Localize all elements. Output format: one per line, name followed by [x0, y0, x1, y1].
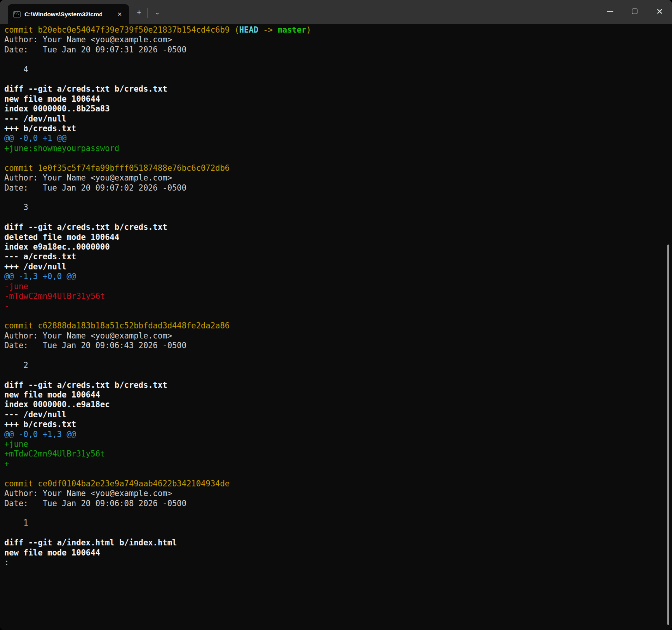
terminal-line: Author: Your Name <you@example.com> — [4, 331, 672, 341]
terminal-text-segment: -> — [258, 25, 277, 35]
terminal-line: 2 — [4, 361, 672, 370]
terminal-line: Date: Tue Jan 20 09:06:43 2026 -0500 — [4, 341, 672, 351]
new-tab-button[interactable]: + — [133, 7, 145, 18]
terminal-line — [4, 370, 672, 380]
terminal-text-segment: index e9a18ec..0000000 — [4, 242, 110, 252]
close-icon: ✕ — [656, 7, 663, 16]
terminal-text-segment: 4 — [4, 65, 28, 74]
terminal-text-segment: new file mode 100644 — [4, 390, 100, 399]
terminal-output[interactable]: commit b20ebc0e54047f39e739f50e21837b154… — [0, 24, 672, 630]
terminal-text-segment: Author: Your Name <you@example.com> — [4, 173, 172, 182]
terminal-text-segment: ) — [306, 25, 311, 35]
terminal-text-segment: @@ -0,0 +1 @@ — [4, 134, 66, 143]
tab-dropdown-button[interactable]: ⌄ — [151, 7, 163, 18]
terminal-line: new file mode 100644 — [4, 94, 672, 104]
terminal-line: commit 1e0f35c5f74fa99bfff05187488e76bc6… — [4, 163, 672, 173]
terminal-line: diff --git a/creds.txt b/creds.txt — [4, 84, 672, 94]
terminal-line — [4, 75, 672, 84]
terminal-text-segment: +++ /dev/null — [4, 262, 66, 271]
terminal-line: Author: Your Name <you@example.com> — [4, 173, 672, 183]
terminal-line — [4, 193, 672, 203]
terminal-line: : — [4, 558, 672, 568]
terminal-line: --- /dev/null — [4, 114, 672, 124]
terminal-text-segment: deleted file mode 100644 — [4, 233, 119, 242]
terminal-text-segment: Date: Tue Jan 20 09:06:43 2026 -0500 — [4, 341, 186, 350]
terminal-text-segment: Date: Tue Jan 20 09:07:31 2026 -0500 — [4, 45, 186, 54]
terminal-line: 4 — [4, 65, 672, 75]
terminal-line: deleted file mode 100644 — [4, 233, 672, 242]
terminal-line: commit b20ebc0e54047f39e739f50e21837b154… — [4, 25, 672, 35]
terminal-line — [4, 153, 672, 163]
terminal-line: diff --git a/creds.txt b/creds.txt — [4, 380, 672, 390]
terminal-line: --- a/creds.txt — [4, 252, 672, 262]
terminal-line: +june — [4, 439, 672, 449]
terminal-text-segment: +++ b/creds.txt — [4, 124, 76, 133]
terminal-text-segment: @@ -0,0 +1,3 @@ — [4, 430, 76, 439]
terminal-line — [4, 311, 672, 321]
terminal-text-segment: +++ b/creds.txt — [4, 420, 76, 429]
terminal-text-segment: diff --git a/index.html b/index.html — [4, 538, 177, 547]
terminal-line: commit ce0df0104ba2e23e9a749aab4622b3421… — [4, 479, 672, 489]
terminal-text-segment: commit c62888da183b18a51c52bbfdad3d448fe… — [4, 321, 230, 330]
terminal-window: C:\_ C:\Windows\System32\cmd.ex ✕ + ⌄ ✕ … — [0, 0, 672, 630]
terminal-text-segment: Author: Your Name <you@example.com> — [4, 35, 172, 44]
titlebar: C:\_ C:\Windows\System32\cmd.ex ✕ + ⌄ ✕ — [0, 0, 672, 24]
tabbar-divider — [147, 8, 148, 18]
terminal-line: --- /dev/null — [4, 410, 672, 420]
terminal-text-segment: - — [4, 301, 9, 311]
terminal-line: + — [4, 459, 672, 469]
terminal-line: Date: Tue Jan 20 09:07:31 2026 -0500 — [4, 45, 672, 55]
terminal-line: diff --git a/creds.txt b/creds.txt — [4, 222, 672, 232]
maximize-button[interactable] — [622, 0, 647, 23]
terminal-text-segment: 3 — [4, 203, 28, 212]
terminal-line: index e9a18ec..0000000 — [4, 242, 672, 252]
terminal-line — [4, 509, 672, 518]
terminal-text-segment: commit ce0df0104ba2e23e9a749aab4622b3421… — [4, 479, 230, 488]
terminal-text-segment: +june — [4, 439, 28, 449]
terminal-line: -mTdwC2mn94UlBr31y56t — [4, 292, 672, 301]
tab-close-icon[interactable]: ✕ — [114, 9, 125, 20]
cmd-prompt-icon: C:\_ — [13, 11, 21, 17]
terminal-text-segment: diff --git a/creds.txt b/creds.txt — [4, 380, 167, 390]
terminal-line: +++ /dev/null — [4, 262, 672, 272]
scrollbar-thumb[interactable] — [667, 245, 669, 625]
terminal-line — [4, 351, 672, 360]
terminal-text-segment: Date: Tue Jan 20 09:07:02 2026 -0500 — [4, 183, 186, 193]
tab-cmd[interactable]: C:\_ C:\Windows\System32\cmd.ex ✕ — [8, 4, 129, 24]
terminal-line: +++ b/creds.txt — [4, 420, 672, 429]
terminal-line: index 0000000..e9a18ec — [4, 400, 672, 410]
terminal-text-segment: commit 1e0f35c5f74fa99bfff05187488e76bc6… — [4, 163, 230, 173]
terminal-text-segment: -june — [4, 282, 28, 291]
terminal-text-segment: +june:showmeyourpassword — [4, 144, 119, 153]
terminal-text-segment: 1 — [4, 518, 28, 528]
terminal-text-segment: new file mode 100644 — [4, 548, 100, 557]
terminal-text-segment: diff --git a/creds.txt b/creds.txt — [4, 84, 167, 94]
terminal-text-segment: @@ -1,3 +0,0 @@ — [4, 272, 76, 281]
terminal-text-segment: diff --git a/creds.txt b/creds.txt — [4, 222, 167, 232]
terminal-text-segment: master — [278, 25, 306, 35]
terminal-line: +++ b/creds.txt — [4, 124, 672, 134]
minimize-icon — [607, 11, 613, 12]
terminal-line: @@ -0,0 +1 @@ — [4, 134, 672, 143]
terminal-text-segment: Date: Tue Jan 20 09:06:08 2026 -0500 — [4, 499, 186, 508]
terminal-text-segment: Author: Your Name <you@example.com> — [4, 331, 172, 340]
terminal-text-segment: HEAD — [239, 25, 258, 35]
terminal-text-segment: index 0000000..e9a18ec — [4, 400, 110, 409]
maximize-icon — [632, 9, 637, 14]
close-button[interactable]: ✕ — [647, 0, 672, 23]
terminal-text-segment: 2 — [4, 361, 28, 370]
terminal-line: -june — [4, 282, 672, 292]
terminal-line: Date: Tue Jan 20 09:06:08 2026 -0500 — [4, 499, 672, 509]
terminal-line: @@ -1,3 +0,0 @@ — [4, 272, 672, 281]
terminal-text-segment: Author: Your Name <you@example.com> — [4, 489, 172, 498]
terminal-text-segment: --- a/creds.txt — [4, 252, 76, 261]
terminal-line: new file mode 100644 — [4, 390, 672, 400]
terminal-text-segment: --- /dev/null — [4, 114, 66, 123]
terminal-text-segment: commit b20ebc0e54047f39e739f50e21837b154… — [4, 25, 239, 35]
minimize-button[interactable] — [597, 0, 622, 23]
tab-title: C:\Windows\System32\cmd.ex — [24, 11, 102, 18]
terminal-text-segment: --- /dev/null — [4, 410, 66, 419]
terminal-line: Author: Your Name <you@example.com> — [4, 489, 672, 498]
terminal-text-segment: +mTdwC2mn94UlBr31y56t — [4, 449, 105, 458]
terminal-line — [4, 55, 672, 64]
